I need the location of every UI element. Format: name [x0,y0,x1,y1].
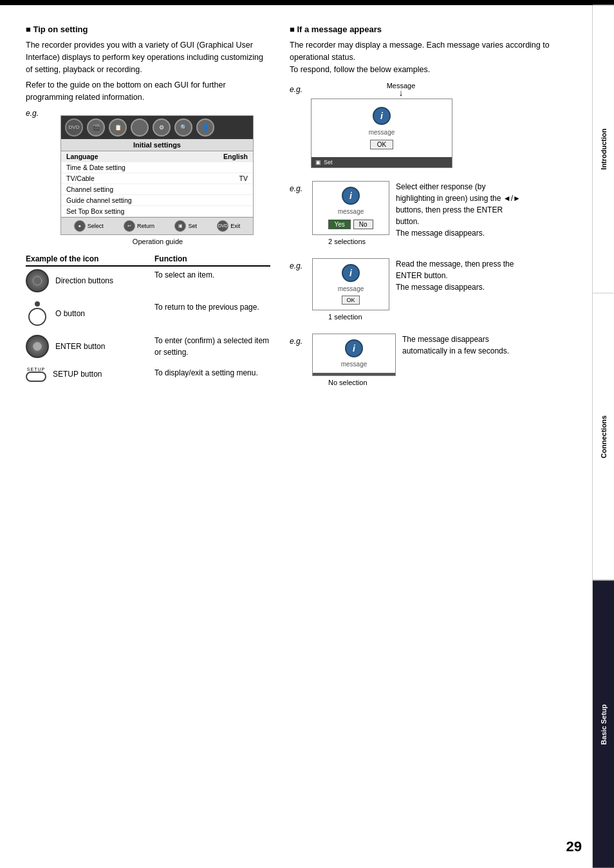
msg-example-1-container: Message ↓ i message OK [311,82,452,168]
msg-no-sel-inner: i message [313,334,395,373]
function-cell-setup: To display/exit a setting menu. [154,367,270,379]
operation-guide-label: Operation guide [45,238,270,245]
message-section-title: If a message appears [290,24,579,34]
enter-btn-inner [33,342,42,351]
gui-row-guide: Guide channel setting [61,195,253,206]
msg-bottom-bar-4 [313,373,395,375]
gui-icon-5: ⚙ [153,118,171,137]
msg-no-btn: No [353,220,373,229]
msg-small-window-3: i message OK [312,258,389,310]
select-label: Select [88,223,104,229]
msg-yes-btn: Yes [328,220,350,229]
gui-top-icons: DVD 🎬 📋 🎵 ⚙ 🔍 👤 [61,116,253,139]
set-label: Set [188,223,197,229]
gui-bottom-select: ● Select [74,220,104,232]
left-column: Tip on setting The recorder provides you… [26,24,270,399]
msg-example-4: e.g. i message No selection The message … [290,334,579,386]
return-label: Return [137,223,154,229]
msg-example-2-box: i message Yes No 2 selections [312,181,389,245]
sub-label-4: No selection [328,379,396,386]
gui-row-value-tvcable: TV [239,175,248,182]
tip-text-2: Refer to the guide on the bottom on each… [26,79,270,104]
icon-cell-o-button: O button [26,301,154,326]
gui-icon-2: 🎬 [87,118,105,137]
right-sidebar: Introduction Connections Basic Setup [592,5,614,868]
direction-btn-icon [26,269,49,292]
gui-row-channel: Channel setting [61,184,253,195]
gui-row-timedate: Time & Date setting [61,162,253,173]
msg-info-icon-1: i [373,107,391,125]
msg-desc-3: Read the message, then press the ENTER b… [396,258,525,293]
return-mini-btn: ↩ [124,220,135,232]
gui-row-label-guide: Guide channel setting [66,196,132,204]
function-cell-enter: To enter (confirm) a selected item or se… [154,335,270,358]
msg-info-icon-3: i [342,264,360,282]
msg-small-inner-2: i message Yes No [313,182,389,234]
two-col-layout: Tip on setting The recorder provides you… [26,24,579,399]
setup-oval [26,372,46,382]
msg-footer-1: ▣ Set [312,157,452,167]
enter-btn-icon [26,335,49,358]
msg-example-3-box: i message OK 1 selection [312,258,389,321]
msg-example-4-box: i message No selection [312,334,396,386]
icon-table-header: Example of the icon Function [26,254,270,267]
eg-prefix-2: e.g. [290,184,306,193]
setup-btn-icon: SETUP [26,367,46,382]
sidebar-tab-introduction: Introduction [593,5,614,293]
gui-icon-3: 📋 [109,118,127,137]
set-icon-footer-1: ▣ [315,159,321,165]
msg-text-2: message [338,208,364,215]
eg-prefix-4: e.g. [290,337,306,346]
gui-bottom-return: ↩ Return [124,220,154,232]
msg-yes-no-2: Yes No [328,220,373,229]
gui-row-label-tvcable: TV/Cable [66,175,95,182]
page-number: 29 [566,838,582,855]
msg-info-icon-2: i [342,187,360,205]
sidebar-tab-connections: Connections [593,293,614,581]
message-intro-text: The recorder may display a message. Each… [290,39,579,75]
msg-window-large-1: i message OK ▣ Set [311,99,452,168]
eg-prefix-1: e.g. [290,85,306,94]
o-btn-label: O button [55,309,85,318]
msg-small-inner-3: i message OK [313,259,389,310]
msg-info-icon-4: i [345,339,363,357]
gui-bottom-exit: DVD Exit [217,220,240,232]
function-cell-direction: To select an item. [154,269,270,281]
msg-small-window-2: i message Yes No [312,181,389,235]
function-cell-o-button: To return to the previous page. [154,301,270,313]
msg-ok-btn-1: OK [370,140,393,149]
eg-label-gui: e.g. [26,109,39,118]
gui-icon-6: 🔍 [174,118,192,137]
msg-example-2: e.g. i message Yes No [290,181,579,245]
msg-desc-4: The message disappears automatically in … [402,334,531,357]
gui-bottom-set: ▣ Set [174,220,197,232]
icon-cell-enter: ENTER button [26,335,154,358]
select-mini-btn: ● [74,220,86,232]
sidebar-tab-basic-setup: Basic Setup [593,580,614,868]
msg-text-4: message [341,361,367,368]
set-mini-btn: ▣ [174,220,186,232]
direction-btn-label: Direction buttons [55,276,113,285]
set-label-footer-1: Set [324,159,333,165]
main-area: Tip on setting The recorder provides you… [0,5,592,868]
gui-row-label-language: Language [66,153,98,160]
icon-row-direction: Direction buttons To select an item. [26,269,270,292]
right-column: If a message appears The recorder may di… [290,24,579,399]
direction-btn-inner [33,276,42,285]
gui-icon-7: 👤 [196,118,214,137]
msg-inner-1: i message OK [312,99,452,157]
gui-row-tvcable: TV/Cable TV [61,173,253,184]
tip-text-1: The recorder provides you with a variety… [26,39,270,75]
setup-small-label: SETUP [27,367,45,372]
col1-header: Example of the icon [26,254,154,267]
gui-disc-icon-1: DVD [65,118,83,137]
exit-label: Exit [230,223,240,229]
top-bar [0,0,614,5]
gui-bottom-bar: ● Select ↩ Return ▣ Set [61,217,253,234]
eg-prefix-3: e.g. [290,261,306,270]
page-content: Tip on setting The recorder provides you… [0,5,614,868]
msg-example-3: e.g. i message OK 1 selection Read the m… [290,258,579,321]
msg-no-sel-window: i message [312,334,396,376]
gui-row-value-language: English [223,153,248,160]
msg-desc-2: Select either response (by highlighting … [396,181,525,239]
